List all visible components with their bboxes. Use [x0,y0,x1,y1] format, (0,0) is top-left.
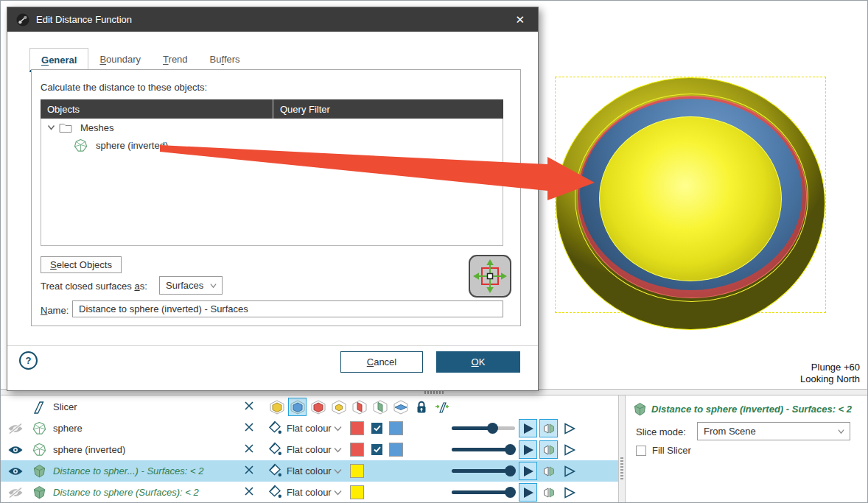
shader-dropdown[interactable]: Flat colour [287,423,332,434]
chevron-down-icon[interactable] [334,468,342,474]
inside-checkbox[interactable] [371,444,382,455]
sphere-inverted-item-label: sphere (inverted) [96,140,168,151]
edit-slicer-icon[interactable] [433,398,451,416]
vertical-splitter[interactable] [618,395,626,503]
shader-dropdown[interactable]: Flat colour [287,465,332,476]
treat-closed-surfaces-dropdown[interactable]: Surfaces [159,276,223,295]
help-button[interactable]: ? [19,351,38,370]
query-filter-column-header: Query Filter [273,104,330,115]
eye-visible-icon[interactable] [7,465,24,477]
row-label: Distance to spher...) - Surfaces: < 2 [53,465,203,476]
select-objects-button[interactable]: Select Objects [41,256,122,273]
fill-slicer-checkbox[interactable] [636,446,646,456]
chevron-down-icon[interactable] [334,490,342,496]
paint-bucket-icon[interactable] [267,441,282,458]
paint-bucket-icon[interactable] [267,462,282,479]
ok-button[interactable]: OK [436,351,520,373]
outline-view-button[interactable] [560,483,578,502]
general-tab-page: Calculate the distance to these objects:… [31,69,521,326]
mesh-wireframe-icon [32,443,46,457]
slicer-toolbar [267,398,451,416]
slice-plane-green-icon[interactable] [371,398,389,416]
view-object-button[interactable] [519,483,537,502]
view-object-button[interactable] [519,440,537,459]
remove-row-icon[interactable] [241,443,257,456]
shape-properties-panel: Distance to sphere (inverted) - Surfaces… [626,395,868,503]
list-row-sphere-inverted[interactable]: sphere (inverted) Flat colour [1,439,618,460]
move-resize-widget-icon [472,258,508,294]
eye-hidden-icon[interactable] [7,423,24,435]
inside-colour-swatch[interactable] [389,421,403,435]
inside-colour-swatch[interactable] [389,443,403,457]
chevron-down-icon [838,428,844,435]
chevron-down-icon[interactable] [47,124,55,131]
dialog-titlebar[interactable]: Edit Distance Function ✕ [7,7,538,32]
objects-table-header: Objects Query Filter [41,99,503,119]
lock-icon[interactable] [412,398,430,416]
slice-mode-dropdown[interactable]: From Scene [697,422,850,440]
inner-yellow-sphere[interactable] [599,116,782,281]
remove-row-icon[interactable] [241,422,257,435]
inside-checkbox[interactable] [371,423,382,434]
tree-row-sphere-inverted[interactable]: sphere (inverted) [41,136,503,154]
slice-plane-red-icon[interactable] [350,398,368,416]
flat-colour-swatch[interactable] [350,485,364,499]
name-input[interactable] [72,300,503,317]
paint-bucket-icon[interactable] [267,484,282,501]
cancel-button[interactable]: Cancel [340,351,423,373]
chevron-down-icon[interactable] [334,426,342,432]
shader-dropdown[interactable]: Flat colour [287,487,332,498]
distance-function-icon [32,485,46,499]
slice-cube-yellow-icon[interactable] [267,398,286,416]
list-row-distance-surfaces[interactable]: Distance to sphere (Surfaces): < 2 Flat … [1,482,618,503]
view-object-button[interactable] [519,462,537,480]
outside-colour-swatch[interactable] [350,421,364,435]
close-icon[interactable]: ✕ [511,12,529,28]
view-object-button[interactable] [519,419,537,437]
slice-mirror-button[interactable] [539,462,558,480]
outline-view-button[interactable] [560,462,578,480]
plunge-label: Plunge +60 [767,362,860,373]
shader-dropdown[interactable]: Flat colour [287,444,332,455]
properties-title: Distance to sphere (inverted) - Surfaces… [651,404,852,415]
objects-column-header: Objects [41,99,273,119]
slice-plane-flat-blue-icon[interactable] [391,398,410,416]
eye-hidden-icon[interactable] [7,487,24,499]
opacity-slider[interactable] [452,423,515,434]
slice-cube-red-icon[interactable] [309,398,327,416]
remove-row-icon[interactable] [241,401,257,413]
paint-bucket-icon[interactable] [267,420,282,437]
tree-row-meshes[interactable]: Meshes [41,119,503,136]
slice-cube-blue-icon[interactable] [288,398,307,416]
application-window: Plunge +60 Looking North Edit Distance F… [0,0,868,503]
opacity-slider[interactable] [452,487,515,498]
list-row-slicer[interactable]: Slicer [1,396,618,418]
slice-mirror-button[interactable] [539,419,558,437]
opacity-slider[interactable] [452,465,515,476]
remove-row-icon[interactable] [241,486,257,499]
name-label: Name: [41,305,69,316]
slice-mirror-button[interactable] [539,440,558,459]
outline-view-button[interactable] [560,419,578,437]
opacity-slider[interactable] [452,444,515,455]
flat-colour-swatch[interactable] [350,464,364,478]
eye-visible-icon[interactable] [7,444,24,456]
dialog-footer-separator [7,345,538,346]
slice-cube-inner-yellow-icon[interactable] [329,398,348,416]
splitter-grip[interactable] [424,391,445,394]
chevron-down-icon [210,282,217,289]
meshes-group-label: Meshes [80,122,114,133]
slice-mirror-button[interactable] [539,483,558,502]
slice-mode-value: From Scene [698,426,838,437]
list-row-distance-inverted[interactable]: Distance to spher...) - Surfaces: < 2 Fl… [1,460,618,482]
remove-row-icon[interactable] [241,465,257,477]
chevron-down-icon[interactable] [334,447,342,453]
distance-function-icon [32,464,46,478]
move-resize-widget-button[interactable] [469,255,511,298]
treat-closed-surfaces-label: Treat closed surfaces as: [41,281,147,292]
splitter-grip[interactable] [620,457,623,479]
outline-view-button[interactable] [560,440,578,459]
list-row-sphere[interactable]: sphere Flat colour [1,418,618,439]
slice-mode-label: Slice mode: [636,426,686,437]
outside-colour-swatch[interactable] [350,443,364,457]
